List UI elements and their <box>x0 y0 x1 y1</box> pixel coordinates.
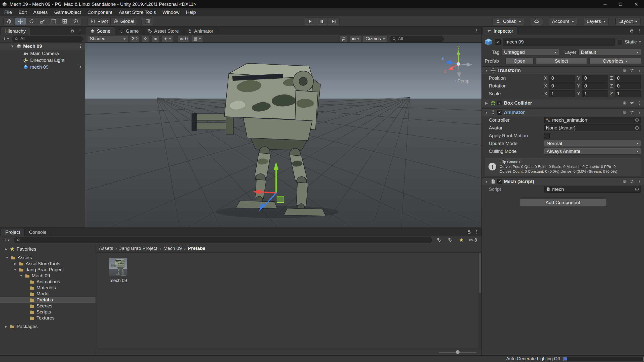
kebab-menu-icon[interactable] <box>78 28 82 33</box>
script-object-field[interactable]: mech <box>544 186 641 193</box>
global-toggle-button[interactable]: Global <box>110 18 137 25</box>
tab-asset-store[interactable]: Asset Store <box>143 27 183 35</box>
scene-camera-dropdown[interactable] <box>350 36 361 42</box>
slider-handle[interactable] <box>456 350 460 354</box>
kebab-menu-icon[interactable] <box>637 101 641 105</box>
breadcrumb-prefabs[interactable]: Prefabs <box>188 246 206 251</box>
kebab-menu-icon[interactable] <box>78 44 83 49</box>
scene-effects-dropdown[interactable] <box>162 36 173 42</box>
controller-object-field[interactable]: mech_animation <box>544 117 641 123</box>
tree-item-assets[interactable]: Assets <box>0 255 95 261</box>
hierarchy-item-directional-light[interactable]: Directional Light <box>0 57 85 64</box>
component-enabled-checkbox[interactable] <box>497 101 502 105</box>
save-search-button[interactable] <box>458 237 465 243</box>
search-by-type-button[interactable] <box>435 237 443 243</box>
prefab-overrides-dropdown[interactable]: Overrides <box>589 58 641 64</box>
kebab-menu-icon[interactable] <box>474 28 479 33</box>
lock-icon[interactable] <box>467 230 471 234</box>
auto-generate-lighting-toggle[interactable]: Auto Generate Lighting Off <box>506 356 560 361</box>
scale-x-input[interactable] <box>549 90 575 97</box>
rotation-y-input[interactable] <box>582 82 608 89</box>
layer-dropdown[interactable]: Default <box>578 49 641 56</box>
gizmos-dropdown[interactable]: Gizmos <box>363 36 387 42</box>
minimize-button[interactable] <box>597 0 613 8</box>
add-component-button[interactable]: Add Component <box>520 199 606 206</box>
scene-search-input[interactable]: All <box>390 36 444 42</box>
scene-viewport[interactable]: y z x Persp <box>85 43 481 228</box>
foldout-arrow-icon[interactable] <box>5 256 9 259</box>
tree-item-animations[interactable]: Animations <box>0 279 95 285</box>
static-checkbox[interactable] <box>618 40 622 44</box>
scale-tool-button[interactable] <box>37 18 48 25</box>
hierarchy-item-main-camera[interactable]: Main Camera <box>0 50 85 57</box>
maximize-button[interactable] <box>613 0 628 8</box>
preset-icon[interactable] <box>630 101 634 105</box>
tree-item-scenes[interactable]: Scenes <box>0 303 95 309</box>
create-add-button[interactable] <box>2 36 10 41</box>
hierarchy-search-input[interactable]: All <box>12 36 83 42</box>
tree-item-favorites[interactable]: Favorites <box>0 246 95 252</box>
tab-project[interactable]: Project <box>1 229 25 236</box>
hierarchy-item-mech-09[interactable]: mech 09 <box>0 64 85 70</box>
update-mode-dropdown[interactable]: Normal <box>544 140 641 147</box>
object-picker-icon[interactable] <box>635 187 639 192</box>
gameobject-name-input[interactable] <box>503 38 615 46</box>
hierarchy-scene-row[interactable]: Mech 09 <box>0 43 85 50</box>
box-collider-component-header[interactable]: Box Collider <box>482 99 644 107</box>
foldout-arrow-icon[interactable] <box>484 68 489 72</box>
transform-tool-button[interactable] <box>59 18 70 25</box>
tree-item-textures[interactable]: Textures <box>0 315 95 321</box>
foldout-arrow-icon[interactable] <box>484 110 489 114</box>
foldout-arrow-icon[interactable] <box>4 325 8 328</box>
menu-component[interactable]: Component <box>84 8 115 16</box>
menu-help[interactable]: Help <box>183 8 199 16</box>
lock-icon[interactable] <box>70 28 75 33</box>
chevron-down-icon[interactable] <box>639 41 641 44</box>
close-button[interactable] <box>628 0 644 8</box>
rect-tool-button[interactable] <box>48 18 59 25</box>
account-dropdown[interactable]: Account <box>549 18 577 25</box>
tree-item-prefabs[interactable]: Prefabs <box>0 297 95 303</box>
asset-grid[interactable]: mech 09 <box>95 253 481 349</box>
kebab-menu-icon[interactable] <box>637 110 641 115</box>
kebab-menu-icon[interactable] <box>637 179 641 184</box>
animator-component-header[interactable]: Animator <box>482 108 644 116</box>
tab-game[interactable]: Game <box>115 27 143 35</box>
project-search-input[interactable] <box>14 237 432 243</box>
search-by-label-button[interactable] <box>447 237 454 243</box>
chevron-right-icon[interactable] <box>78 65 83 69</box>
scene-orientation-gizmo[interactable]: y z x <box>439 45 477 82</box>
prefab-open-button[interactable]: Open <box>505 58 534 64</box>
step-button[interactable] <box>328 18 340 25</box>
breadcrumb-mech-09[interactable]: Mech 09 <box>164 246 182 251</box>
kebab-menu-icon[interactable] <box>474 230 479 234</box>
pivot-toggle-button[interactable]: Pivot <box>88 18 111 25</box>
menu-assets[interactable]: Assets <box>30 8 51 16</box>
foldout-arrow-icon[interactable] <box>4 247 8 251</box>
asset-item-mech-09[interactable]: mech 09 <box>103 258 133 283</box>
foldout-arrow-icon[interactable] <box>484 179 489 184</box>
menu-edit[interactable]: Edit <box>15 8 30 16</box>
rotate-tool-button[interactable] <box>26 18 37 25</box>
kebab-menu-icon[interactable] <box>637 68 641 73</box>
position-x-input[interactable] <box>549 75 575 81</box>
scene-lighting-toggle[interactable] <box>142 36 149 42</box>
custom-tool-button[interactable] <box>70 18 81 25</box>
tree-item-assetstoretools[interactable]: AssetStoreTools <box>0 261 95 267</box>
component-enabled-checkbox[interactable] <box>497 179 502 184</box>
preset-icon[interactable] <box>630 68 634 73</box>
tag-dropdown[interactable]: Untagged <box>502 49 559 56</box>
help-icon[interactable] <box>622 68 627 73</box>
move-tool-button[interactable] <box>15 18 26 25</box>
collab-dropdown[interactable]: Collab <box>493 18 524 25</box>
thumbnail-size-slider[interactable] <box>439 352 476 353</box>
culling-mode-dropdown[interactable]: Always Animate <box>544 148 641 155</box>
tree-item-materials[interactable]: Materials <box>0 285 95 291</box>
foldout-arrow-icon[interactable] <box>13 268 17 272</box>
foldout-arrow-icon[interactable] <box>19 274 23 278</box>
breadcrumb-assets[interactable]: Assets <box>99 246 113 251</box>
scrollbar-thumb[interactable] <box>479 253 481 293</box>
tab-animator[interactable]: Animator <box>183 27 218 35</box>
component-enabled-checkbox[interactable] <box>497 110 502 115</box>
transform-component-header[interactable]: Transform <box>482 66 644 74</box>
